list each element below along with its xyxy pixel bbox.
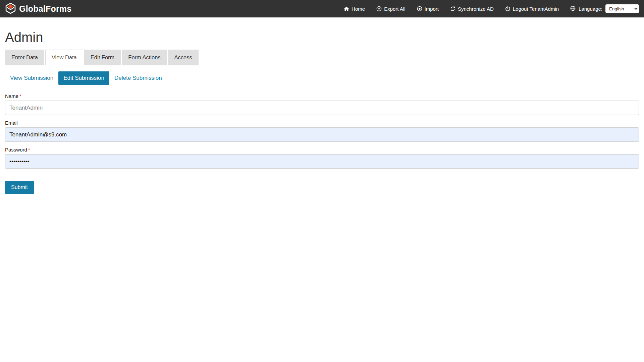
tab-edit-form[interactable]: Edit Form — [84, 50, 121, 65]
email-label: Email — [5, 120, 639, 126]
globe-icon — [570, 6, 576, 12]
submit-button[interactable]: Submit — [5, 181, 34, 194]
nav-import[interactable]: Import — [417, 6, 439, 12]
main-content: Admin Enter Data View Data Edit Form For… — [0, 31, 644, 194]
language-select[interactable]: English — [605, 4, 639, 13]
synchronize-icon — [450, 6, 455, 11]
top-navbar: GlobalForms Home Export All — [0, 0, 644, 17]
submission-pills: View Submission Edit Submission Delete S… — [5, 71, 639, 85]
import-icon — [417, 6, 422, 11]
password-label: Password* — [5, 147, 639, 153]
email-field-group: Email — [5, 120, 639, 142]
tab-form-actions[interactable]: Form Actions — [122, 50, 167, 65]
navbar-menu: Home Export All Import — [332, 4, 639, 13]
nav-export-all[interactable]: Export All — [376, 6, 405, 12]
pill-delete-submission[interactable]: Delete Submission — [109, 71, 167, 85]
tab-view-data[interactable]: View Data — [45, 50, 83, 65]
nav-home[interactable]: Home — [344, 6, 365, 12]
required-asterisk: * — [19, 93, 21, 99]
language-control: Language: English — [570, 4, 639, 13]
nav-logout[interactable]: Logout TenantAdmin — [505, 6, 559, 12]
edit-submission-form: Name* Email Password* Submit — [5, 93, 639, 194]
required-asterisk: * — [28, 147, 30, 153]
tab-access[interactable]: Access — [168, 50, 199, 65]
page-title: Admin — [5, 31, 639, 44]
logout-power-icon — [505, 6, 511, 11]
globalforms-logo-icon — [5, 3, 16, 15]
language-label: Language: — [579, 6, 602, 12]
email-input[interactable] — [5, 127, 639, 142]
tab-enter-data[interactable]: Enter Data — [5, 50, 44, 65]
nav-synchronize-ad[interactable]: Synchronize AD — [450, 6, 494, 12]
pill-view-submission[interactable]: View Submission — [5, 71, 58, 85]
home-icon — [344, 6, 349, 11]
brand-title: GlobalForms — [19, 4, 71, 14]
password-field-group: Password* — [5, 147, 639, 169]
name-label: Name* — [5, 93, 639, 99]
name-field-group: Name* — [5, 93, 639, 115]
form-tabs: Enter Data View Data Edit Form Form Acti… — [5, 50, 639, 65]
name-input[interactable] — [5, 101, 639, 115]
brand-link[interactable]: GlobalForms — [5, 3, 71, 15]
pill-edit-submission[interactable]: Edit Submission — [58, 71, 109, 85]
password-input[interactable] — [5, 154, 639, 169]
export-all-icon — [376, 6, 382, 11]
